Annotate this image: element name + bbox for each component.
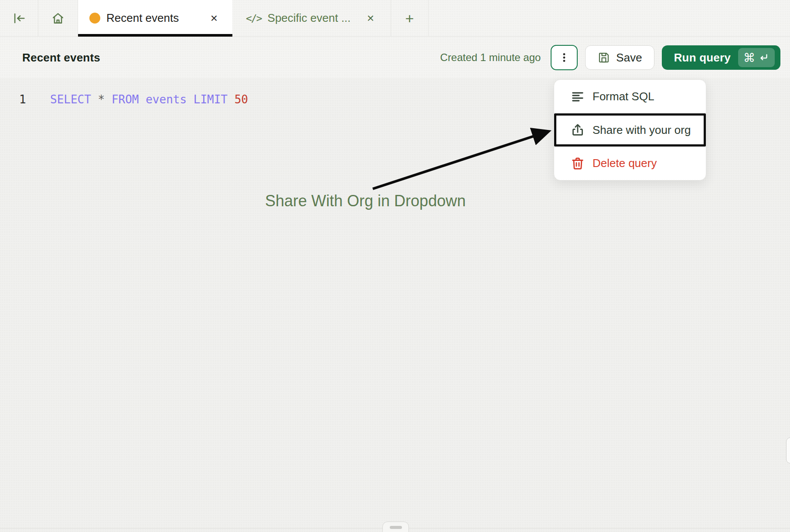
save-button[interactable]: Save <box>585 45 654 70</box>
home-icon <box>51 11 65 26</box>
home-button[interactable] <box>38 0 78 36</box>
format-sql-icon <box>570 89 586 105</box>
sql-token: FROM <box>112 93 146 106</box>
more-options-button[interactable] <box>551 45 578 70</box>
menu-item-label: Delete query <box>592 157 657 170</box>
plus-icon: + <box>405 11 414 26</box>
sql-token: SELECT <box>50 93 98 106</box>
save-disk-icon <box>597 51 610 64</box>
tab-bar: Recent events × </> Specific event ... ×… <box>0 0 790 37</box>
collapse-sidebar-icon <box>12 11 27 26</box>
results-panel-drag-handle[interactable] <box>382 522 409 532</box>
tab-label: Recent events <box>106 11 179 25</box>
page-title: Recent events <box>22 51 100 65</box>
command-key-icon: ⌘ <box>743 52 755 64</box>
sql-token: LIMIT <box>194 93 235 106</box>
close-tab-icon[interactable]: × <box>365 11 376 25</box>
return-key-icon <box>758 52 770 63</box>
tab-label: Specific event ... <box>268 11 351 25</box>
menu-item-delete-query[interactable]: Delete query <box>554 147 706 180</box>
new-tab-button[interactable]: + <box>391 0 429 36</box>
menu-item-share-with-org[interactable]: Share with your org <box>554 113 706 147</box>
sql-token: events <box>146 93 194 106</box>
drag-handle-icon <box>390 526 402 529</box>
right-panel-drag-handle[interactable] <box>786 437 790 464</box>
query-options-dropdown: Format SQL Share with your org Delete qu… <box>554 79 706 181</box>
trash-icon <box>570 156 586 171</box>
tab-recent-events[interactable]: Recent events × <box>78 0 232 36</box>
sql-query-editor-app: { "tabbar": { "tabs": [ { "label": "Rece… <box>0 0 790 532</box>
unsaved-changes-dot <box>89 13 100 24</box>
sql-token: 50 <box>235 93 248 106</box>
menu-item-label: Format SQL <box>592 90 654 103</box>
menu-item-format-sql[interactable]: Format SQL <box>554 80 706 113</box>
created-timestamp: Created 1 minute ago <box>440 51 541 64</box>
collapse-sidebar-button[interactable] <box>0 0 38 36</box>
code-tab-icon: </> <box>246 13 262 24</box>
query-header: Recent events Created 1 minute ago Save … <box>0 37 790 79</box>
run-query-label: Run query <box>674 51 731 65</box>
run-query-button[interactable]: Run query ⌘ <box>662 45 780 70</box>
editor-line-number: 1 <box>19 93 26 106</box>
close-tab-icon[interactable]: × <box>209 11 219 25</box>
header-actions: Created 1 minute ago Save Run query ⌘ <box>440 45 780 70</box>
kebab-menu-icon <box>558 51 570 64</box>
sql-code-line[interactable]: SELECT * FROM events LIMIT 50 <box>50 93 248 106</box>
keyboard-shortcut-badge: ⌘ <box>738 48 775 67</box>
menu-item-label: Share with your org <box>592 123 691 137</box>
annotation-text: Share With Org in Dropdown <box>265 192 466 210</box>
sql-token: * <box>98 93 112 106</box>
save-button-label: Save <box>616 51 642 65</box>
upload-icon <box>570 122 586 138</box>
tab-specific-event[interactable]: </> Specific event ... × <box>232 0 391 36</box>
